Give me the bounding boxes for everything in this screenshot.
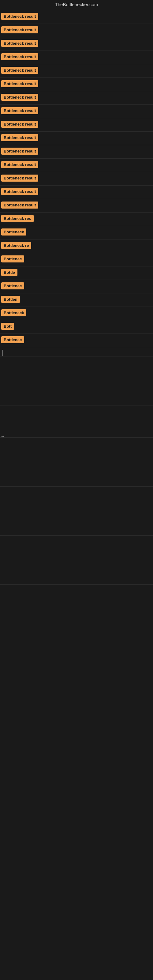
empty-area-1 xyxy=(0,356,153,406)
bottleneck-badge-11[interactable]: Bottleneck result xyxy=(1,148,38,155)
result-row-21[interactable]: Bottlenec xyxy=(0,280,153,293)
result-row-11[interactable]: Bottleneck result xyxy=(0,145,153,159)
result-row-24[interactable]: Bott xyxy=(0,320,153,334)
small-marker: ... xyxy=(1,434,4,438)
result-row-4[interactable]: Bottleneck result xyxy=(0,51,153,64)
bottleneck-badge-14[interactable]: Bottleneck result xyxy=(1,188,38,195)
bottleneck-badge-19[interactable]: Bottlenec xyxy=(1,255,24,262)
bottleneck-badge-25[interactable]: Bottlenec xyxy=(1,336,24,343)
site-header: TheBottlenecker.com xyxy=(0,0,153,9)
bottleneck-badge-17[interactable]: Bottleneck xyxy=(1,229,26,235)
empty-area-4 xyxy=(0,487,153,536)
result-row-13[interactable]: Bottleneck result xyxy=(0,172,153,186)
empty-area-2 xyxy=(0,406,153,430)
bottleneck-badge-10[interactable]: Bottleneck result xyxy=(1,134,38,141)
bottleneck-badge-12[interactable]: Bottleneck result xyxy=(1,161,38,168)
result-row-23[interactable]: Bottleneck xyxy=(0,307,153,320)
empty-area-6 xyxy=(0,585,153,634)
result-row-5[interactable]: Bottleneck result xyxy=(0,64,153,78)
result-row-10[interactable]: Bottleneck result xyxy=(0,132,153,145)
result-row-19[interactable]: Bottlenec xyxy=(0,253,153,266)
bottleneck-badge-2[interactable]: Bottleneck result xyxy=(1,26,38,33)
result-row-22[interactable]: Bottlen xyxy=(0,293,153,307)
bottleneck-badge-24[interactable]: Bott xyxy=(1,323,14,330)
bottleneck-badge-20[interactable]: Bottle xyxy=(1,269,18,276)
result-row-2[interactable]: Bottleneck result xyxy=(0,24,153,37)
bottleneck-badge-1[interactable]: Bottleneck result xyxy=(1,13,38,20)
site-title: TheBottlenecker.com xyxy=(55,2,98,7)
result-row-3[interactable]: Bottleneck result xyxy=(0,37,153,51)
result-row-7[interactable]: Bottleneck result xyxy=(0,91,153,105)
result-row-25[interactable]: Bottlenec xyxy=(0,334,153,347)
bottleneck-badge-13[interactable]: Bottleneck result xyxy=(1,175,38,181)
bottleneck-badge-4[interactable]: Bottleneck result xyxy=(1,53,38,60)
result-row-20[interactable]: Bottle xyxy=(0,266,153,280)
bottleneck-badge-8[interactable]: Bottleneck result xyxy=(1,107,38,114)
result-row-9[interactable]: Bottleneck result xyxy=(0,118,153,132)
result-row-18[interactable]: Bottleneck re xyxy=(0,240,153,253)
result-row-14[interactable]: Bottleneck result xyxy=(0,186,153,199)
marker-row: ... xyxy=(0,430,153,438)
bottleneck-badge-7[interactable]: Bottleneck result xyxy=(1,94,38,101)
empty-area-5 xyxy=(0,536,153,585)
result-row-1[interactable]: Bottleneck result xyxy=(0,10,153,24)
bottleneck-badge-6[interactable]: Bottleneck result xyxy=(1,80,38,87)
cursor-row xyxy=(0,347,153,356)
cursor-indicator xyxy=(2,350,3,356)
result-row-12[interactable]: Bottleneck result xyxy=(0,159,153,172)
result-row-6[interactable]: Bottleneck result xyxy=(0,78,153,91)
result-row-16[interactable]: Bottleneck res xyxy=(0,213,153,226)
result-row-15[interactable]: Bottleneck result xyxy=(0,199,153,213)
result-row-8[interactable]: Bottleneck result xyxy=(0,105,153,118)
bottleneck-badge-9[interactable]: Bottleneck result xyxy=(1,121,38,128)
empty-area-3 xyxy=(0,438,153,487)
bottleneck-badge-5[interactable]: Bottleneck result xyxy=(1,67,38,74)
bottleneck-badge-15[interactable]: Bottleneck result xyxy=(1,202,38,208)
bottleneck-badge-16[interactable]: Bottleneck res xyxy=(1,215,33,222)
bottleneck-badge-3[interactable]: Bottleneck result xyxy=(1,40,38,47)
bottleneck-badge-23[interactable]: Bottleneck xyxy=(1,309,26,317)
bottleneck-badge-22[interactable]: Bottlen xyxy=(1,296,20,303)
bottleneck-badge-18[interactable]: Bottleneck re xyxy=(1,242,31,249)
result-row-17[interactable]: Bottleneck xyxy=(0,226,153,240)
results-container: Bottleneck result Bottleneck result Bott… xyxy=(0,9,153,635)
bottleneck-badge-21[interactable]: Bottlenec xyxy=(1,282,24,290)
